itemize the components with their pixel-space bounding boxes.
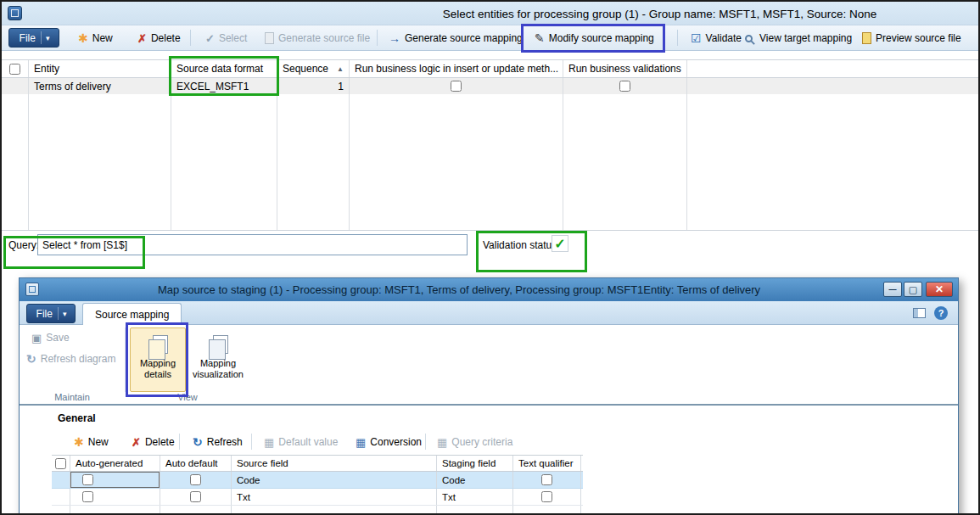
app-icon (8, 6, 22, 20)
run-business-validations-checkbox[interactable] (619, 81, 630, 92)
col-auto-generated[interactable]: Auto-generated (70, 456, 160, 471)
query-panel: Query: Validation status: ✓ (2, 231, 978, 266)
text-qualifier-checkbox[interactable] (541, 474, 552, 485)
toolbar-separator (179, 434, 180, 450)
modify-source-mapping-button[interactable]: ✎ Modify source mapping (531, 29, 658, 48)
col-sequence[interactable]: Sequence ▲ (277, 60, 350, 77)
mapping-select-all-checkbox[interactable] (55, 458, 66, 469)
refresh-icon: ↻ (26, 353, 36, 365)
default-value-label: Default value (278, 436, 338, 448)
toolbar-separator (425, 434, 426, 450)
col-staging-field[interactable]: Staging field (437, 456, 513, 471)
mapping-visualization-button[interactable]: Mapping visualization (190, 327, 246, 392)
new-button-label: New (92, 32, 113, 44)
ribbon-group-view: View (125, 392, 250, 402)
entity-row[interactable]: Terms of delivery EXCEL_MSFT1 1 (2, 78, 978, 94)
query-criteria-button[interactable]: ▦ Query criteria (434, 433, 516, 451)
arrow-right-icon: → (389, 32, 400, 44)
validate-button[interactable]: ☑ Validate (687, 29, 745, 48)
query-input[interactable] (37, 234, 468, 255)
select-button[interactable]: ✓ Select (202, 29, 250, 48)
child-file-menu-button[interactable]: File ▾ (26, 304, 76, 323)
select-button-label: Select (219, 32, 247, 44)
text-qualifier-cell (513, 472, 581, 488)
child-window-title: Map source to staging (1) - Processing g… (70, 278, 848, 301)
child-window-icon (25, 283, 39, 296)
run-business-logic-checkbox[interactable] (451, 81, 462, 92)
col-text-qualifier[interactable]: Text qualifier (513, 456, 581, 471)
minimize-icon: — (889, 285, 897, 294)
maximize-button[interactable]: ▢ (904, 282, 922, 297)
refresh-diagram-label: Refresh diagram (41, 353, 116, 365)
auto-generated-checkbox[interactable] (82, 474, 93, 485)
new-icon: ✱ (74, 436, 84, 448)
col-sequence-label: Sequence (283, 63, 328, 75)
generate-source-mapping-button[interactable]: → Generate source mapping (385, 29, 526, 48)
text-qualifier-checkbox[interactable] (541, 491, 552, 502)
mapping-row[interactable]: Txt Txt (52, 489, 583, 506)
auto-default-checkbox[interactable] (190, 491, 201, 502)
main-titlebar[interactable]: Select entities for processing group (1)… (2, 2, 978, 25)
query-criteria-icon: ▦ (437, 437, 447, 448)
select-all-checkbox[interactable] (9, 64, 20, 75)
maximize-icon: ▢ (909, 284, 917, 295)
map-source-to-staging-window: Map source to staging (1) - Processing g… (19, 277, 959, 515)
source-field-cell: Code (232, 472, 437, 488)
grid-new-button[interactable]: ✱ New (70, 433, 112, 451)
header-filler-cell (687, 60, 978, 77)
refresh-diagram-button[interactable]: ↻ Refresh diagram (26, 353, 115, 365)
ribbon-group-maintain: Maintain (20, 392, 125, 402)
col-source-field[interactable]: Source field (232, 456, 437, 471)
new-button[interactable]: ✱ New (75, 29, 116, 48)
child-titlebar[interactable]: Map source to staging (1) - Processing g… (20, 278, 958, 301)
entities-grid: Entity Source data format Sequence ▲ Run… (2, 59, 978, 231)
tab-source-mapping[interactable]: Source mapping (82, 303, 182, 325)
source-mapping-ribbon: ▣ Save ↻ Refresh diagram Mapping details… (20, 325, 958, 406)
document-icon (265, 32, 274, 44)
mapping-visualization-icon (213, 335, 228, 354)
row-filler-cell (687, 78, 978, 94)
grid-delete-button[interactable]: ✗ Delete (128, 433, 178, 451)
toolbar-separator (377, 30, 378, 46)
delete-button[interactable]: ✗ Delete (134, 29, 184, 48)
auto-generated-checkbox[interactable] (82, 491, 93, 502)
conversion-button[interactable]: ▦ Conversion (352, 433, 425, 451)
layout-icon[interactable] (913, 308, 926, 318)
help-icon[interactable]: ? (934, 306, 948, 320)
col-source-data-format[interactable]: Source data format (171, 60, 277, 77)
save-button[interactable]: ▣ Save (31, 332, 70, 344)
preview-source-file-button[interactable]: Preview source file (859, 29, 965, 48)
row-select-cell (52, 489, 70, 505)
source-data-format-cell: EXCEL_MSFT1 (171, 78, 277, 94)
grid-refresh-button[interactable]: ↻ Refresh (189, 433, 246, 451)
auto-generated-cell (70, 489, 160, 505)
col-run-business-logic[interactable]: Run business logic in insert or update m… (350, 60, 563, 77)
toolbar-separator (251, 434, 252, 450)
child-file-menu-label: File (31, 308, 58, 320)
save-button-label: Save (46, 332, 69, 344)
close-button[interactable]: ✕ (926, 282, 953, 297)
file-menu-button[interactable]: File ▾ (8, 28, 59, 48)
generate-source-file-button[interactable]: Generate source file (261, 29, 373, 48)
view-target-mapping-button[interactable]: View target mapping (742, 29, 855, 48)
mapping-details-button[interactable]: Mapping details (130, 327, 186, 392)
check-icon: ✓ (205, 33, 215, 44)
query-label: Query: (8, 239, 39, 251)
save-icon: ▣ (31, 333, 42, 344)
mapping-details-icon (153, 335, 168, 354)
minimize-button[interactable]: — (883, 282, 902, 297)
default-value-button[interactable]: ▦ Default value (260, 433, 341, 451)
delete-button-label: Delete (151, 32, 181, 44)
auto-default-cell (160, 489, 232, 505)
auto-default-checkbox[interactable] (190, 474, 201, 485)
close-icon: ✕ (935, 283, 944, 295)
staging-field-cell: Txt (437, 489, 513, 505)
grid-new-label: New (88, 436, 109, 448)
chevron-down-icon: ▾ (58, 307, 71, 320)
mapping-row[interactable]: Code Code (52, 472, 583, 489)
col-auto-default[interactable]: Auto default (160, 456, 232, 471)
col-run-business-validations[interactable]: Run business validations (563, 60, 687, 77)
col-entity[interactable]: Entity (29, 60, 171, 77)
auto-default-cell (160, 472, 232, 488)
sequence-cell: 1 (277, 78, 350, 94)
